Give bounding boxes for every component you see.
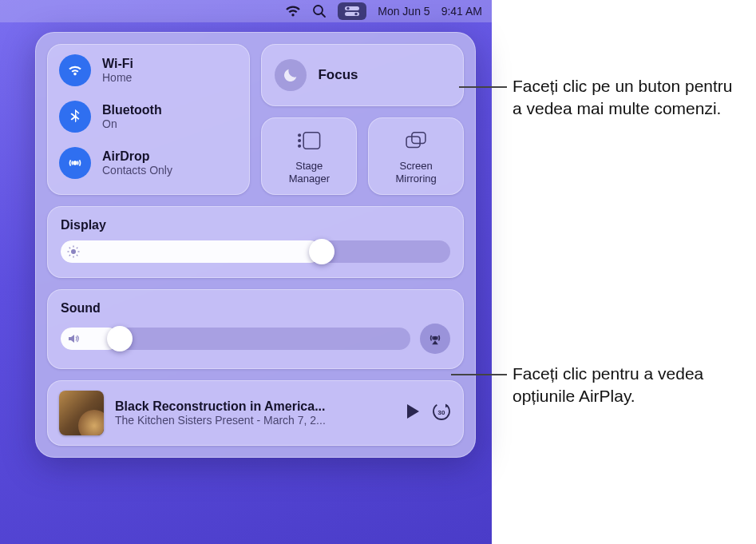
album-art	[59, 391, 104, 435]
svg-line-20	[69, 255, 70, 256]
screen-mirroring-tile[interactable]: Screen Mirroring	[368, 117, 464, 195]
media-subtitle: The Kitchen Sisters Present - March 7, 2…	[115, 414, 394, 427]
sound-slider[interactable]	[61, 328, 410, 350]
menubar: Mon Jun 5 9:41 AM	[0, 0, 492, 22]
speaker-icon	[67, 332, 80, 345]
menubar-time[interactable]: 9:41 AM	[441, 2, 482, 20]
moon-icon	[275, 59, 307, 91]
control-center-icon[interactable]	[338, 2, 366, 20]
svg-line-1	[322, 14, 325, 17]
brightness-icon	[67, 245, 80, 258]
wifi-toggle[interactable]: Wi-Fi Home	[59, 54, 238, 86]
wifi-icon	[59, 54, 91, 86]
wifi-status-icon[interactable]	[285, 2, 301, 20]
airdrop-toggle[interactable]: AirDrop Contacts Only	[59, 147, 238, 179]
wifi-status: Home	[102, 71, 133, 84]
svg-line-19	[77, 255, 77, 256]
screen-mirroring-icon	[402, 129, 429, 155]
skip-forward-30-button[interactable]: 30	[431, 401, 452, 425]
stage-manager-tile[interactable]: Stage Manager	[261, 117, 357, 195]
svg-point-22	[433, 337, 437, 340]
bluetooth-status: On	[102, 117, 162, 130]
wifi-title: Wi-Fi	[102, 57, 133, 71]
control-center-panel: Wi-Fi Home Bluetooth On	[35, 32, 476, 458]
svg-line-18	[69, 248, 70, 248]
svg-point-0	[314, 6, 323, 14]
airdrop-status: Contacts Only	[102, 164, 172, 177]
svg-rect-11	[406, 137, 420, 148]
airplay-audio-button[interactable]	[420, 324, 450, 354]
svg-point-5	[355, 13, 358, 15]
svg-rect-7	[304, 133, 320, 149]
bluetooth-title: Bluetooth	[102, 103, 162, 117]
airdrop-title: AirDrop	[102, 149, 172, 164]
svg-point-13	[71, 249, 76, 254]
focus-title: Focus	[318, 67, 358, 83]
sound-tile: Sound	[47, 289, 464, 369]
callout-focus: Faceți clic pe un buton pentru a vedea m…	[513, 75, 744, 121]
svg-text:30: 30	[438, 409, 445, 416]
svg-point-8	[299, 134, 301, 137]
bluetooth-toggle[interactable]: Bluetooth On	[59, 101, 238, 133]
callout-airplay: Faceți clic pentru a vedea opțiunile Air…	[513, 363, 744, 408]
connectivity-tile: Wi-Fi Home Bluetooth On	[47, 44, 250, 195]
now-playing-tile[interactable]: Black Reconstruction in America... The K…	[47, 380, 464, 446]
svg-rect-12	[412, 133, 425, 144]
svg-line-21	[77, 248, 77, 248]
bluetooth-icon	[59, 101, 91, 133]
focus-tile[interactable]: Focus	[261, 44, 464, 106]
stage-manager-icon	[295, 129, 323, 155]
media-title: Black Reconstruction in America...	[115, 399, 394, 414]
sound-heading: Sound	[61, 301, 450, 316]
menubar-date[interactable]: Mon Jun 5	[378, 2, 429, 20]
display-heading: Display	[61, 218, 450, 232]
svg-point-10	[299, 145, 301, 148]
svg-point-6	[73, 161, 77, 165]
svg-point-4	[347, 7, 350, 10]
stage-manager-label: Stage Manager	[289, 160, 330, 185]
screen-mirroring-label: Screen Mirroring	[395, 160, 436, 185]
display-tile: Display	[47, 206, 464, 278]
spotlight-icon[interactable]	[312, 2, 327, 20]
airdrop-icon	[59, 147, 91, 179]
play-button[interactable]	[406, 403, 420, 423]
display-slider[interactable]	[61, 240, 450, 263]
svg-point-9	[299, 140, 301, 142]
